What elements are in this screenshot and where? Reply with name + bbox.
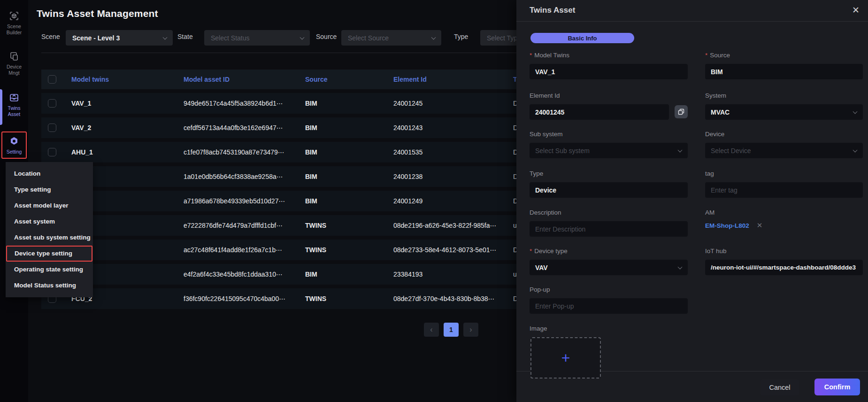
table-header: Model twins Model asset ID Source Elemen…: [41, 70, 516, 89]
sidebar-item-device-mngt[interactable]: Device Mngt: [0, 51, 28, 76]
chevron-down-icon: [678, 264, 683, 269]
element-id-input[interactable]: 24001245: [530, 104, 669, 120]
drawer-title: Twins Asset: [530, 6, 575, 15]
field-system: System MVAC: [705, 92, 863, 120]
table-cell: VAV_2: [64, 124, 176, 131]
am-link[interactable]: EM-Shop-L802: [705, 222, 749, 229]
chevron-down-icon: [431, 35, 436, 39]
remove-icon[interactable]: ✕: [757, 221, 763, 230]
select-all-checkbox[interactable]: [48, 75, 56, 84]
twins-asset-icon: [8, 92, 20, 103]
status-select[interactable]: Select Status: [204, 30, 310, 46]
source-filter-label: Source: [316, 33, 337, 40]
column-header-model-twins[interactable]: Model twins: [64, 76, 176, 83]
table-row[interactable]: a71986a678be49339eb5d10d27⋯BIM24001249D: [41, 191, 516, 211]
row-checkbox[interactable]: [48, 148, 56, 156]
table-row[interactable]: FCU_2f36fc90fc226415095c470c4ba00⋯TWINS0…: [41, 288, 516, 309]
required-marker: *: [530, 52, 532, 59]
device-type-select[interactable]: VAV: [530, 260, 688, 275]
sidebar-label: Scene: [0, 23, 28, 30]
copy-button[interactable]: [675, 105, 688, 118]
column-header-source[interactable]: Source: [298, 76, 386, 83]
table-cell: TWINS: [298, 246, 386, 254]
sidebar-item-twins-asset[interactable]: Twins Asset: [0, 92, 28, 117]
field-label: Model Twins: [534, 52, 569, 59]
plus-icon: +: [561, 351, 570, 365]
table-row[interactable]: 1a01e0db56b64cf3838ae9258a⋯BIM24001238D: [41, 166, 516, 187]
cancel-button[interactable]: Cancel: [760, 379, 799, 395]
chevron-down-icon: [300, 35, 305, 39]
table-row[interactable]: AHU_1c1fe07f8acb7453190a87e73479⋯BIM2400…: [41, 142, 516, 162]
pop-up-input[interactable]: Enter Pop-up: [530, 298, 688, 314]
table-cell: BIM: [298, 173, 386, 180]
chevron-down-icon: [853, 109, 858, 114]
source-select[interactable]: Select Source: [341, 30, 441, 46]
setting-menu-item[interactable]: Asset system: [6, 214, 93, 230]
image-upload-box[interactable]: +: [530, 337, 601, 379]
column-header-element-id[interactable]: Element Id: [386, 76, 507, 83]
chevron-down-icon: [853, 147, 858, 152]
column-header-model-asset-id[interactable]: Model asset ID: [176, 76, 298, 83]
type-input[interactable]: Device: [530, 182, 688, 198]
scene-select[interactable]: Scene - Level 3: [66, 30, 173, 46]
table-cell: BIM: [298, 148, 386, 156]
status-select-placeholder: Select Status: [211, 34, 250, 42]
pagination: ‹ 1 ›: [424, 323, 478, 337]
sub-system-select[interactable]: Select Sub system: [530, 143, 688, 158]
field-label: Device: [705, 131, 863, 139]
table-cell: e4f2a6f4c33e45bd8fc1ddaa310⋯: [176, 271, 298, 278]
select-value: VAV: [535, 264, 548, 271]
field-device: Device Select Device: [705, 131, 863, 158]
table-cell: e7222876dfe74d479a7dfffd1cbf⋯: [176, 222, 298, 229]
chevron-down-icon: [163, 35, 168, 39]
page-1-button[interactable]: 1: [444, 323, 459, 337]
model-twins-input[interactable]: VAV_1: [530, 64, 688, 79]
table-cell: 24001249: [386, 197, 507, 205]
row-checkbox[interactable]: [48, 124, 56, 132]
scene-filter-label: Scene: [41, 33, 60, 40]
source-input[interactable]: BIM: [705, 64, 863, 79]
twins-asset-drawer: Twins Asset ✕ Basic Info *Model Twins VA…: [516, 0, 868, 402]
field-label: Source: [710, 52, 730, 59]
table-row[interactable]: e4f2a6f4c33e45bd8fc1ddaa310⋯BIM23384193u: [41, 264, 516, 285]
tag-input[interactable]: Enter tag: [705, 182, 863, 198]
scene-select-value: Scene - Level 3: [72, 34, 120, 42]
prev-page-button[interactable]: ‹: [424, 323, 439, 337]
row-checkbox[interactable]: [48, 99, 56, 108]
sidebar-label: Device: [0, 64, 28, 70]
device-select[interactable]: Select Device: [705, 143, 863, 158]
tab-basic-info[interactable]: Basic Info: [530, 33, 634, 43]
system-select[interactable]: MVAC: [705, 104, 863, 120]
table-row[interactable]: ac27c48f641f4add8e1f26a7c1b⋯TWINS08de273…: [41, 240, 516, 260]
confirm-button[interactable]: Confirm: [814, 379, 860, 395]
field-label: tag: [705, 170, 863, 178]
setting-menu-item[interactable]: Type setting: [6, 182, 93, 198]
setting-menu-item[interactable]: Model Status setting: [6, 278, 93, 294]
description-input[interactable]: Enter Description: [530, 221, 688, 237]
table-row[interactable]: VAV_1949de6517c4a45f5a38924b6d1⋯BIM24001…: [41, 93, 516, 114]
table-cell: BIM: [298, 197, 386, 205]
column-header-type[interactable]: T: [507, 76, 517, 83]
setting-menu-item[interactable]: Device type setting: [6, 246, 92, 262]
field-am: AM EM-Shop-L802 ✕: [705, 209, 863, 230]
source-select-placeholder: Select Source: [348, 34, 389, 42]
sidebar-item-setting[interactable]: Setting: [0, 136, 28, 155]
table-cell: 08de2196-a626-45e3-822f-985fa⋯: [386, 222, 507, 229]
table-body: VAV_1949de6517c4a45f5a38924b6d1⋯BIM24001…: [41, 93, 516, 309]
next-page-button[interactable]: ›: [463, 323, 478, 337]
setting-menu-item[interactable]: Asset model layer: [6, 198, 93, 214]
setting-menu-item[interactable]: Operating state setting: [6, 262, 93, 278]
sidebar-item-scene-builder[interactable]: Scene Builder: [0, 10, 28, 36]
field-label: System: [705, 92, 863, 100]
table-cell: 24001238: [386, 173, 507, 180]
setting-menu-item[interactable]: Location: [6, 166, 93, 182]
table-cell: cefdf56713a44a0fb3e162e6947⋯: [176, 124, 298, 131]
setting-menu-item[interactable]: Asset sub system setting: [6, 230, 93, 246]
iot-hub-input[interactable]: /neuron-iot-ui/#/smartspace-dashboard/08…: [705, 260, 863, 275]
table-row[interactable]: VAV_2cefdf56713a44a0fb3e162e6947⋯BIM2400…: [41, 117, 516, 138]
table-cell: AHU_1: [64, 148, 176, 156]
setting-icon: [8, 136, 20, 147]
required-marker: *: [705, 52, 707, 59]
close-icon[interactable]: ✕: [852, 5, 860, 16]
table-row[interactable]: e7222876dfe74d479a7dfffd1cbf⋯TWINS08de21…: [41, 215, 516, 236]
